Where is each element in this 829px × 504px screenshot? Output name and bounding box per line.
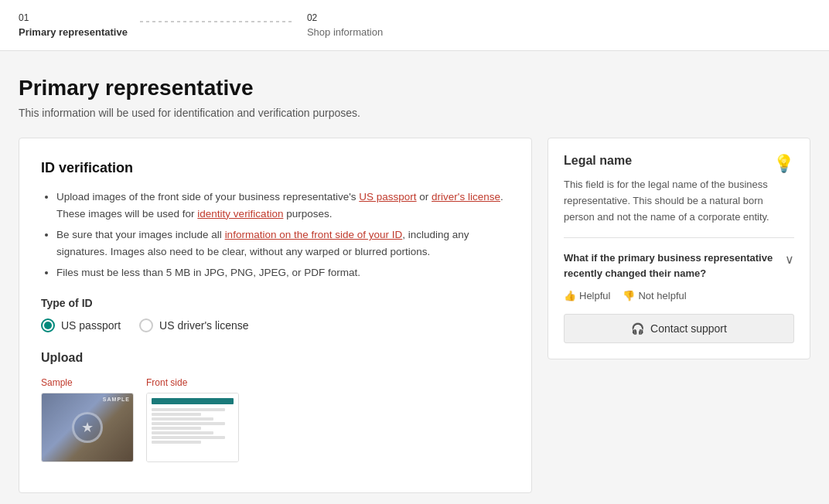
radio-us-passport[interactable]: US passport — [41, 318, 121, 332]
id-verification-title: ID verification — [41, 160, 510, 176]
sidebar-card: 💡 Legal name This field is for the legal… — [548, 138, 810, 359]
doc-line-6 — [152, 431, 213, 434]
doc-line-4 — [152, 422, 225, 425]
upload-items: Sample Front side — [41, 377, 510, 462]
thumbs-up-icon: 👍 — [564, 290, 576, 301]
passport-seal — [72, 412, 103, 443]
step-connector — [140, 21, 295, 22]
helpful-label: Helpful — [579, 290, 610, 301]
instruction-list: Upload images of the front side of your … — [41, 189, 510, 281]
sample-label: Sample — [41, 377, 134, 388]
radio-circle-passport — [41, 318, 55, 332]
main-content: Primary representative This information … — [0, 51, 829, 504]
sidebar-title: Legal name — [564, 154, 794, 168]
stepper: 01 Primary representative 02 Shop inform… — [0, 0, 829, 51]
front-side-label: Front side — [146, 377, 239, 388]
doc-line-7 — [152, 436, 225, 439]
instruction-item-2: Be sure that your images include all inf… — [56, 226, 510, 260]
main-card: ID verification Upload images of the fro… — [19, 138, 532, 493]
type-of-id-label: Type of ID — [41, 297, 510, 309]
step-2: 02 Shop information — [307, 12, 383, 38]
front-side-box[interactable] — [146, 393, 239, 462]
sidebar-question-row[interactable]: What if the primary business representat… — [564, 250, 794, 281]
passport-sample-image — [42, 393, 133, 461]
sidebar-header: 💡 Legal name — [564, 154, 794, 168]
not-helpful-label: Not helpful — [638, 290, 686, 301]
sample-box[interactable] — [41, 393, 134, 462]
radio-group: US passport US driver's license — [41, 318, 510, 332]
page-subtitle: This information will be used for identi… — [19, 107, 810, 119]
doc-line-2 — [152, 413, 201, 416]
upload-sample: Sample — [41, 377, 134, 462]
sidebar-description: This field is for the legal name of the … — [564, 177, 794, 225]
contact-support-label: Contact support — [650, 322, 727, 335]
step-1: 01 Primary representative — [19, 12, 128, 38]
doc-line-1 — [152, 408, 225, 411]
page-title: Primary representative — [19, 76, 810, 100]
step-1-number: 01 — [19, 12, 128, 23]
not-helpful-button[interactable]: 👎 Not helpful — [623, 290, 686, 301]
upload-label: Upload — [41, 351, 510, 365]
doc-line-5 — [152, 427, 201, 430]
feedback-row: 👍 Helpful 👎 Not helpful — [564, 290, 794, 301]
sidebar: 💡 Legal name This field is for the legal… — [548, 138, 810, 359]
instruction-item-1: Upload images of the front side of your … — [56, 189, 510, 222]
thumbs-down-icon: 👎 — [623, 290, 635, 301]
radio-label-license: US driver's license — [159, 319, 249, 332]
doc-line-8 — [152, 441, 201, 444]
radio-circle-license — [139, 318, 153, 332]
lightbulb-icon: 💡 — [773, 154, 794, 174]
doc-header — [152, 398, 234, 404]
content-layout: ID verification Upload images of the fro… — [19, 138, 810, 493]
radio-label-passport: US passport — [61, 319, 121, 332]
upload-front-side: Front side — [146, 377, 239, 462]
doc-line-3 — [152, 417, 213, 421]
doc-rows — [152, 408, 234, 444]
headset-icon: 🎧 — [631, 322, 644, 335]
radio-us-drivers-license[interactable]: US driver's license — [139, 318, 249, 332]
step-1-label: Primary representative — [19, 26, 128, 38]
contact-support-button[interactable]: 🎧 Contact support — [564, 314, 794, 343]
sidebar-question-text: What if the primary business representat… — [564, 250, 779, 281]
document-mock — [147, 393, 238, 461]
instruction-item-3: Files must be less than 5 MB in JPG, PNG… — [56, 264, 510, 281]
step-2-label: Shop information — [307, 26, 383, 38]
helpful-button[interactable]: 👍 Helpful — [564, 290, 610, 301]
sidebar-divider — [564, 237, 794, 238]
chevron-down-icon: ∨ — [785, 252, 794, 267]
step-2-number: 02 — [307, 12, 383, 23]
